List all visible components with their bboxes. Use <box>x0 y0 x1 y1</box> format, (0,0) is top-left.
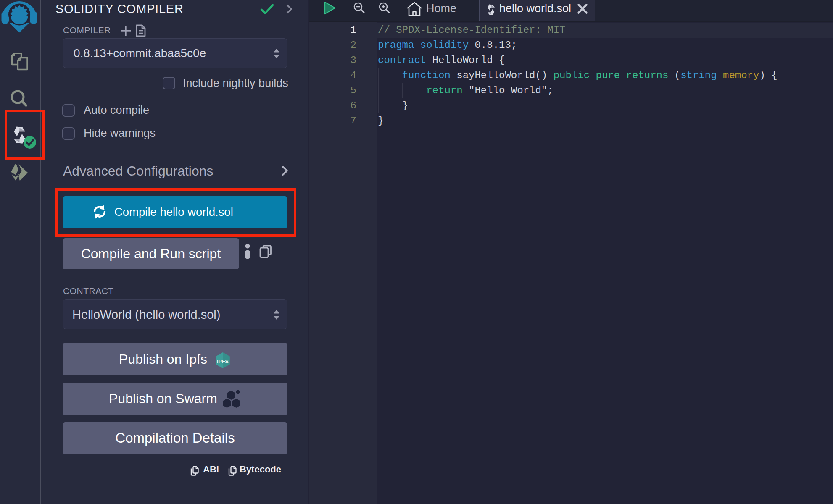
svg-text:IPFS: IPFS <box>217 359 229 365</box>
